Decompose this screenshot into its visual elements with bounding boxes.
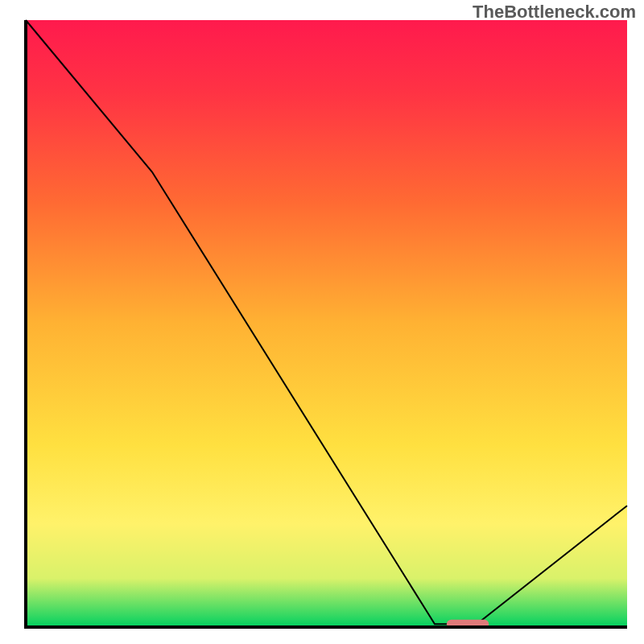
bottleneck-chart <box>0 0 644 644</box>
chart-container: TheBottleneck.com <box>0 0 644 644</box>
gradient-background <box>26 20 627 627</box>
watermark-text: TheBottleneck.com <box>473 2 636 23</box>
